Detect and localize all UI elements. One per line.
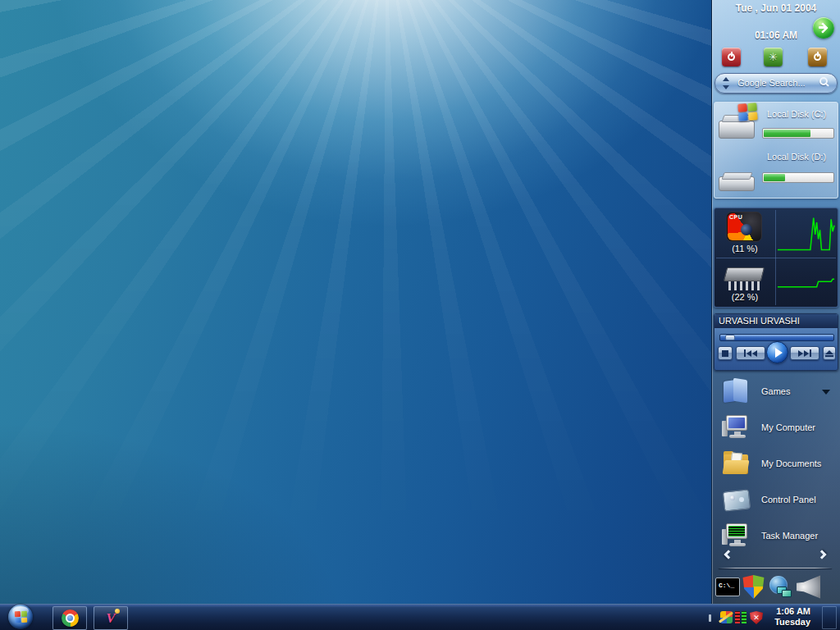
ram-percent-label: (22 %) bbox=[714, 292, 775, 302]
my-documents-icon bbox=[722, 451, 751, 476]
ram-chip-icon bbox=[725, 266, 763, 290]
disk-c-label: Local Disk (C:) bbox=[759, 109, 834, 119]
disk-c-usage-bar bbox=[762, 128, 834, 139]
my-computer-icon bbox=[722, 415, 751, 440]
disk-d-label: Local Disk (D:) bbox=[759, 152, 834, 162]
hard-drive-d-icon bbox=[718, 167, 757, 193]
shortcut-pager bbox=[712, 548, 840, 564]
v-utility-icon: V bbox=[106, 611, 115, 625]
shortcut-label: Control Panel bbox=[761, 495, 816, 504]
network-icon[interactable] bbox=[769, 576, 792, 599]
next-icon bbox=[798, 350, 803, 357]
meter-tray-icon[interactable] bbox=[735, 611, 747, 623]
standby-button[interactable] bbox=[808, 48, 827, 66]
task-manager-icon bbox=[722, 523, 751, 548]
windows-logo-icon bbox=[737, 103, 757, 121]
power-icon bbox=[728, 53, 735, 61]
previous-icon bbox=[752, 350, 757, 357]
taskbar: V ✕ 1:06 AM Tuesday bbox=[0, 604, 840, 630]
grid-line bbox=[716, 258, 836, 258]
track-title: URVASHI URVASHI bbox=[714, 314, 838, 328]
stop-button[interactable] bbox=[718, 346, 733, 360]
system-monitor-widget: CPU (11 %) (22 %) bbox=[714, 208, 838, 308]
sidebar: Tue , Jun 01 2004 01:06 AM ✳ Google Sear… bbox=[712, 0, 840, 605]
sidebar-dock: C:\_ bbox=[712, 573, 840, 603]
play-button[interactable] bbox=[766, 341, 788, 363]
cpu-percent-label: (11 %) bbox=[714, 244, 775, 253]
ram-usage-graph bbox=[775, 261, 836, 305]
arrow-right-icon bbox=[819, 26, 826, 29]
games-folder-icon bbox=[722, 379, 751, 404]
search-icon-handle bbox=[824, 82, 829, 86]
stop-icon bbox=[722, 350, 728, 357]
restart-button[interactable]: ✳ bbox=[764, 48, 783, 66]
google-search-bar[interactable]: Google Search... bbox=[714, 73, 838, 94]
prev-page-arrow[interactable] bbox=[724, 550, 733, 559]
time-text: 01:06 AM bbox=[712, 30, 840, 41]
spinner-down-icon[interactable] bbox=[723, 85, 729, 89]
shortcut-label: My Documents bbox=[761, 459, 821, 468]
command-prompt-icon[interactable]: C:\_ bbox=[715, 578, 740, 596]
shortcut-games[interactable]: Games bbox=[712, 373, 840, 409]
cpu-gauge-icon: CPU bbox=[726, 212, 762, 242]
tray-day: Tuesday bbox=[760, 617, 810, 628]
tray-grip[interactable] bbox=[709, 614, 711, 622]
disk-d-usage-fill bbox=[764, 174, 785, 181]
seek-thumb[interactable] bbox=[725, 335, 735, 340]
quicklaunch-chrome[interactable] bbox=[52, 606, 87, 630]
pencil-icon bbox=[719, 612, 733, 623]
media-player-widget: URVASHI URVASHI bbox=[714, 313, 838, 371]
cpu-usage-graph bbox=[775, 212, 836, 256]
shortcut-label: Games bbox=[761, 386, 790, 396]
divider bbox=[719, 568, 832, 568]
eject-button[interactable] bbox=[823, 346, 836, 360]
paint-tray-icon[interactable] bbox=[720, 611, 733, 623]
hard-drive-c-icon bbox=[718, 107, 757, 140]
shortcut-control-panel[interactable]: Control Panel bbox=[712, 482, 840, 518]
disk-c-usage-fill bbox=[764, 130, 810, 137]
seek-bar[interactable] bbox=[719, 334, 834, 341]
previous-button[interactable] bbox=[736, 346, 765, 360]
volume-icon[interactable] bbox=[797, 575, 820, 599]
shutdown-button[interactable] bbox=[722, 48, 741, 66]
quicklaunch-utility[interactable]: V bbox=[94, 606, 128, 630]
screen: Tue , Jun 01 2004 01:06 AM ✳ Google Sear… bbox=[0, 0, 840, 630]
start-button[interactable] bbox=[8, 605, 33, 629]
play-icon bbox=[775, 348, 783, 358]
show-desktop-area[interactable] bbox=[822, 606, 837, 629]
shortcut-label: Task Manager bbox=[761, 531, 818, 541]
spinner-up-icon[interactable] bbox=[723, 77, 729, 81]
chrome-icon bbox=[62, 609, 79, 627]
restart-icon: ✳ bbox=[769, 52, 778, 62]
eject-icon bbox=[825, 350, 833, 357]
disk-d-usage-bar bbox=[762, 172, 834, 183]
search-icon[interactable] bbox=[819, 77, 828, 85]
disk-usage-widget: Local Disk (C:) Local Disk (D:) bbox=[714, 102, 838, 199]
next-button[interactable] bbox=[790, 346, 819, 360]
taskbar-clock[interactable]: 1:06 AM Tuesday bbox=[760, 606, 810, 628]
shortcut-label: My Computer bbox=[761, 422, 815, 432]
security-shield-icon[interactable] bbox=[742, 575, 765, 599]
search-placeholder: Google Search... bbox=[737, 78, 806, 88]
shortcut-my-documents[interactable]: My Documents bbox=[712, 445, 840, 482]
next-page-arrow[interactable] bbox=[817, 550, 826, 559]
dropdown-icon[interactable] bbox=[822, 390, 830, 395]
power-icon bbox=[814, 53, 821, 61]
cpu-gauge-label: CPU bbox=[729, 214, 742, 220]
control-panel-icon bbox=[722, 487, 751, 512]
shortcut-my-computer[interactable]: My Computer bbox=[712, 409, 840, 445]
tray-time: 1:06 AM bbox=[760, 606, 810, 617]
windows-logo-icon bbox=[14, 611, 26, 623]
command-prompt-text: C:\_ bbox=[719, 582, 734, 589]
date-text: Tue , Jun 01 2004 bbox=[712, 2, 840, 14]
